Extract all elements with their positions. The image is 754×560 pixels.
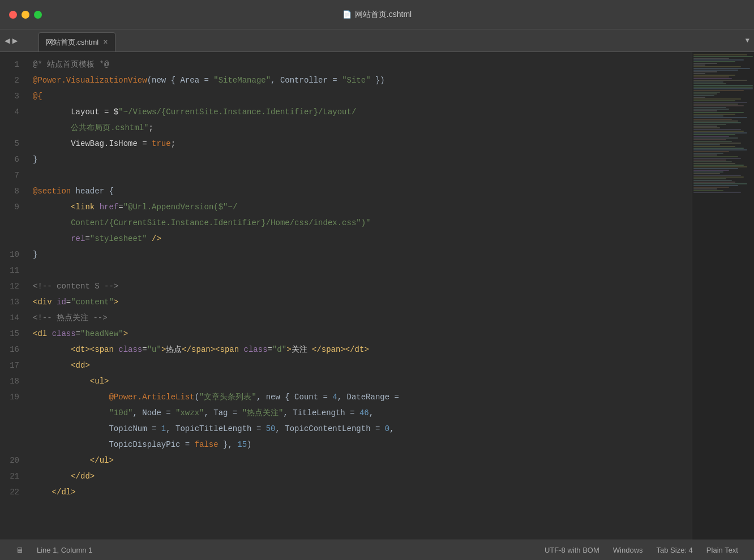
line-number: 18 — [0, 373, 28, 389]
line-number: 16 — [0, 342, 28, 357]
line-content: @* 站点首页模板 *@ — [28, 57, 692, 72]
line-number: 2 — [0, 72, 28, 88]
line-number: 17 — [0, 357, 28, 373]
line-number: 3 — [0, 88, 28, 104]
file-tab[interactable]: 网站首页.cshtml × — [38, 32, 115, 51]
line-number: 11 — [0, 262, 28, 278]
table-row: 17 <dd> — [0, 357, 692, 373]
line-number: 9 — [0, 199, 28, 247]
table-row: 21 </dd> — [0, 468, 692, 484]
table-row: 13 <div id="content"> — [0, 294, 692, 310]
line-number: 13 — [0, 294, 28, 310]
tab-nav-right-icon[interactable]: ▶ — [12, 35, 18, 46]
status-tab-size[interactable]: Tab Size: 4 — [650, 540, 700, 561]
minimap — [692, 52, 754, 540]
line-content — [28, 262, 692, 278]
status-monitor-icon[interactable]: 🖥 — [9, 540, 30, 561]
close-button[interactable] — [9, 11, 17, 19]
line-content: </dl> — [28, 484, 692, 500]
line-number: 22 — [0, 484, 28, 500]
table-row: 2 @Power.VisualizationView(new { Area = … — [0, 72, 692, 88]
window-title: 📄 网站首页.cshtml — [342, 10, 412, 20]
line-content: <dl class="headNew"> — [28, 326, 692, 342]
table-row: 12 <!-- content S --> — [0, 278, 692, 294]
tab-nav-arrows[interactable]: ◀ ▶ — [0, 29, 22, 51]
table-row: 5 ViewBag.IsHome = true; — [0, 136, 692, 152]
table-row: 22 </dl> — [0, 484, 692, 500]
line-content: } — [28, 247, 692, 262]
table-row: 18 <ul> — [0, 373, 692, 389]
status-bar: 🖥 Line 1, Column 1 UTF-8 with BOM Window… — [0, 540, 754, 560]
table-row: 3 @{ — [0, 88, 692, 104]
table-row: 16 <dt><span class="u">热点</span><span cl… — [0, 342, 692, 357]
line-content: @Power.ArticleList("文章头条列表", new { Count… — [28, 389, 692, 453]
tab-close-icon[interactable]: × — [103, 38, 108, 46]
line-content: </dd> — [28, 468, 692, 484]
line-content: <div id="content"> — [28, 294, 692, 310]
window-title-text: 网站首页.cshtml — [355, 10, 412, 20]
table-row: 8 @section header { — [0, 183, 692, 199]
line-number: 12 — [0, 278, 28, 294]
table-row: 9 <link href="@Url.AppendVersion($"~/ Co… — [0, 199, 692, 247]
line-content: ViewBag.IsHome = true; — [28, 136, 692, 152]
status-language[interactable]: Plain Text — [700, 540, 745, 561]
line-content: <dt><span class="u">热点</span><span class… — [28, 342, 692, 357]
file-icon: 📄 — [342, 10, 352, 19]
line-number: 14 — [0, 310, 28, 326]
table-row: 14 <!-- 热点关注 --> — [0, 310, 692, 326]
line-number: 1 — [0, 57, 28, 72]
table-row: 10 } — [0, 247, 692, 262]
line-content: Layout = $"~/Views/{CurrentSite.Instance… — [28, 104, 692, 136]
line-content: @section header { — [28, 183, 692, 199]
line-content — [28, 167, 692, 183]
status-line-ending[interactable]: Windows — [606, 540, 650, 561]
line-content: } — [28, 152, 692, 167]
line-number: 6 — [0, 152, 28, 167]
line-number: 19 — [0, 389, 28, 453]
tab-nav-left-icon[interactable]: ◀ — [5, 35, 10, 46]
line-content: <!-- content S --> — [28, 278, 692, 294]
table-row: 7 — [0, 167, 692, 183]
table-row: 20 </ul> — [0, 453, 692, 468]
tab-label: 网站首页.cshtml — [46, 37, 98, 48]
tab-bar: ◀ ▶ 网站首页.cshtml × ▼ — [0, 29, 754, 52]
line-content: <dd> — [28, 357, 692, 373]
monitor-icon: 🖥 — [16, 546, 23, 554]
minimize-button[interactable] — [22, 11, 29, 19]
editor-area: 1 @* 站点首页模板 *@ 2 @Power.VisualizationVie… — [0, 52, 754, 540]
minimap-content — [692, 52, 754, 196]
tab-dropdown-icon[interactable]: ▼ — [746, 37, 749, 45]
line-number: 10 — [0, 247, 28, 262]
table-row: 4 Layout = $"~/Views/{CurrentSite.Instan… — [0, 104, 692, 136]
table-row: 19 @Power.ArticleList("文章头条列表", new { Co… — [0, 389, 692, 453]
table-row: 11 — [0, 262, 692, 278]
status-encoding[interactable]: UTF-8 with BOM — [538, 540, 606, 561]
line-content: <ul> — [28, 373, 692, 389]
table-row: 15 <dl class="headNew"> — [0, 326, 692, 342]
line-number: 7 — [0, 167, 28, 183]
line-number: 4 — [0, 104, 28, 136]
line-content: <link href="@Url.AppendVersion($"~/ Cont… — [28, 199, 692, 247]
table-row: 6 } — [0, 152, 692, 167]
line-number: 21 — [0, 468, 28, 484]
status-position[interactable]: Line 1, Column 1 — [30, 540, 99, 561]
line-content: @{ — [28, 88, 692, 104]
line-content: <!-- 热点关注 --> — [28, 310, 692, 326]
line-number: 8 — [0, 183, 28, 199]
window-controls[interactable] — [9, 11, 42, 19]
line-number: 5 — [0, 136, 28, 152]
table-row: 1 @* 站点首页模板 *@ — [0, 57, 692, 72]
title-bar: 📄 网站首页.cshtml — [0, 0, 754, 29]
line-content: </ul> — [28, 453, 692, 468]
line-number: 20 — [0, 453, 28, 468]
code-container[interactable]: 1 @* 站点首页模板 *@ 2 @Power.VisualizationVie… — [0, 52, 692, 540]
maximize-button[interactable] — [34, 11, 42, 19]
code-lines: 1 @* 站点首页模板 *@ 2 @Power.VisualizationVie… — [0, 52, 692, 500]
line-number: 15 — [0, 326, 28, 342]
line-content: @Power.VisualizationView(new { Area = "S… — [28, 72, 692, 88]
